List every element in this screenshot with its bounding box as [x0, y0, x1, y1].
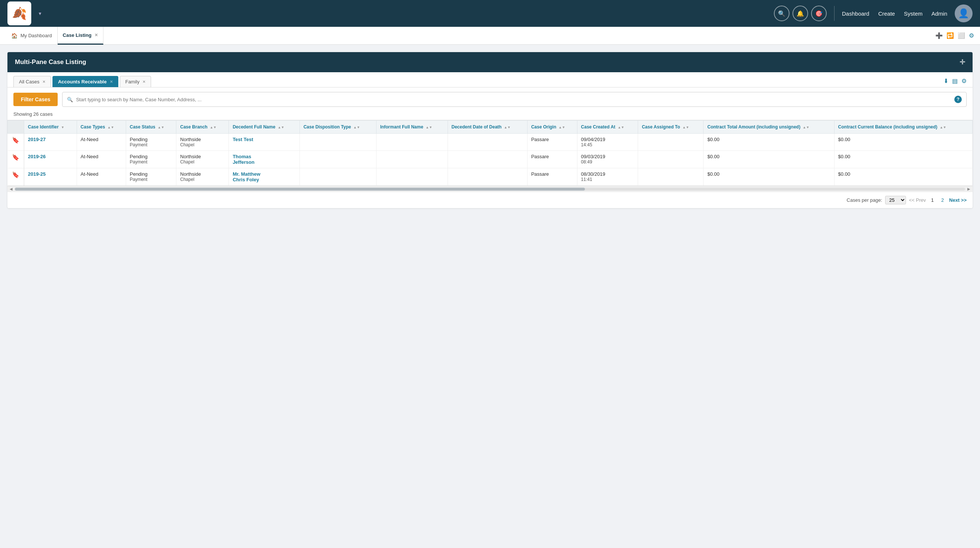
informant-full-name-cell: [376, 134, 448, 151]
decedent-name-link[interactable]: Mr. Matthew: [232, 171, 260, 177]
case-identifier-cell: 2019-27: [24, 134, 77, 151]
decedent-name-link[interactable]: Thomas: [232, 154, 251, 159]
col-case-disposition-type[interactable]: Case Disposition Type ▲▼: [299, 121, 376, 134]
col-case-assigned-to[interactable]: Case Assigned To ▲▼: [638, 121, 703, 134]
case-branch-cell: NorthsideChapel: [177, 134, 229, 151]
col-case-branch[interactable]: Case Branch ▲▼: [177, 121, 229, 134]
sort-balance-icon: ▲▼: [940, 126, 947, 129]
contract-current-balance-cell: $0.00: [834, 168, 972, 186]
page-2-button[interactable]: 2: [939, 197, 946, 204]
scroll-left-icon[interactable]: ◀: [9, 187, 13, 191]
informant-full-name-cell: [376, 151, 448, 168]
tab-close-icon[interactable]: ✕: [94, 33, 98, 38]
move-panel-icon[interactable]: ✛: [959, 58, 965, 66]
search-nav-button[interactable]: 🔍: [774, 6, 789, 21]
nav-dashboard[interactable]: Dashboard: [842, 10, 869, 17]
decedent-full-name-cell: Test Test: [229, 134, 299, 151]
prev-page-button[interactable]: << Prev: [909, 197, 926, 203]
user-avatar[interactable]: 👤: [955, 5, 972, 22]
case-disposition-type-cell: [299, 168, 376, 186]
table-body: 🔖2019-27At-NeedPendingPaymentNorthsideCh…: [8, 134, 972, 186]
search-input[interactable]: [76, 97, 951, 102]
list-view-icon[interactable]: ▤: [952, 77, 958, 84]
settings-tab-icon[interactable]: ⚙: [969, 32, 974, 39]
per-page-select[interactable]: 25 50 100: [885, 196, 906, 204]
search-wrap: 🔍 ?: [62, 92, 967, 107]
bookmark-cell: 🔖: [8, 151, 24, 168]
col-case-types[interactable]: Case Types ▲▼: [76, 121, 126, 134]
sort-assigned-icon: ▲▼: [682, 126, 689, 129]
sort-case-id-icon: ▼: [61, 126, 64, 129]
inner-tab-accounts-receivable[interactable]: Accounts Receivable ✕: [52, 76, 118, 87]
notifications-button[interactable]: 🔔: [792, 6, 808, 21]
case-identifier-link[interactable]: 2019-25: [28, 171, 46, 177]
refresh-tab-icon[interactable]: 🔁: [947, 32, 954, 39]
search-icon: 🔍: [67, 97, 73, 102]
nav-create[interactable]: Create: [878, 10, 895, 17]
add-tab-icon[interactable]: ➕: [935, 32, 943, 39]
case-created-at-cell: 09/04/201914:45: [577, 134, 638, 151]
target-button[interactable]: 🎯: [811, 6, 827, 21]
cases-table: Case Identifier ▼ Case Types ▲▼ Case Sta…: [8, 120, 972, 186]
case-disposition-type-cell: [299, 134, 376, 151]
inner-settings-icon[interactable]: ⚙: [961, 77, 967, 84]
decedent-date-of-death-cell: [448, 151, 527, 168]
tab-my-dashboard-label: My Dashboard: [21, 33, 52, 38]
sort-case-branch-icon: ▲▼: [210, 126, 216, 129]
tabs-bar: 🏠 My Dashboard Case Listing ✕ ➕ 🔁 ⬜ ⚙: [0, 27, 980, 45]
page-1-button[interactable]: 1: [929, 197, 936, 204]
logo-caret[interactable]: ▾: [39, 10, 41, 16]
col-case-origin[interactable]: Case Origin ▲▼: [527, 121, 577, 134]
informant-full-name-cell: [376, 168, 448, 186]
col-contract-current-balance[interactable]: Contract Current Balance (including unsi…: [834, 121, 972, 134]
inner-tab-family[interactable]: Family ✕: [120, 76, 151, 87]
scroll-right-icon[interactable]: ▶: [967, 187, 971, 191]
bookmark-icon[interactable]: 🔖: [12, 172, 19, 178]
maximize-tab-icon[interactable]: ⬜: [958, 32, 965, 39]
col-case-created-at[interactable]: Case Created At ▲▼: [577, 121, 638, 134]
nav-admin[interactable]: Admin: [931, 10, 947, 17]
scroll-track[interactable]: ◀ ▶: [8, 186, 972, 192]
table-header-row: Case Identifier ▼ Case Types ▲▼ Case Sta…: [8, 121, 972, 134]
next-page-button[interactable]: Next >>: [949, 197, 967, 203]
inner-tab-ar-close[interactable]: ✕: [110, 80, 113, 84]
inner-tab-all-cases[interactable]: All Cases ✕: [13, 76, 51, 87]
bookmark-cell: 🔖: [8, 168, 24, 186]
tab-my-dashboard[interactable]: 🏠 My Dashboard: [6, 27, 58, 45]
table-row: 🔖2019-26At-NeedPendingPaymentNorthsideCh…: [8, 151, 972, 168]
col-informant-full-name[interactable]: Informant Full Name ▲▼: [376, 121, 448, 134]
nav-system[interactable]: System: [904, 10, 922, 17]
bookmark-icon[interactable]: 🔖: [12, 137, 19, 143]
download-icon[interactable]: ⬇: [943, 77, 948, 84]
case-types-cell: At-Need: [76, 151, 126, 168]
case-identifier-link[interactable]: 2019-27: [28, 137, 46, 142]
col-contract-total-amount[interactable]: Contract Total Amount (including unsigne…: [703, 121, 834, 134]
case-identifier-link[interactable]: 2019-26: [28, 154, 46, 159]
col-case-identifier[interactable]: Case Identifier ▼: [24, 121, 77, 134]
col-decedent-full-name[interactable]: Decedent Full Name ▲▼: [229, 121, 299, 134]
tab-case-listing[interactable]: Case Listing ✕: [58, 27, 103, 45]
case-types-cell: At-Need: [76, 134, 126, 151]
sort-case-status-icon: ▲▼: [158, 126, 164, 129]
inner-tab-all-cases-close[interactable]: ✕: [42, 80, 45, 84]
sort-case-types-icon: ▲▼: [108, 126, 114, 129]
col-decedent-date-of-death[interactable]: Decedent Date of Death ▲▼: [448, 121, 527, 134]
inner-tab-family-close[interactable]: ✕: [143, 80, 145, 84]
showing-count: Showing 26 cases: [8, 111, 972, 120]
case-created-at-cell: 08/30/201911:41: [577, 168, 638, 186]
decedent-name-link2[interactable]: Chris Foley: [232, 177, 259, 182]
contract-total-amount-cell: $0.00: [703, 151, 834, 168]
panel-title: Multi-Pane Case Listing: [15, 59, 86, 66]
scroll-bar[interactable]: [15, 188, 965, 191]
top-nav: 🍂 ▾ 🔍 🔔 🎯 Dashboard Create System Admin …: [0, 0, 980, 27]
case-disposition-type-cell: [299, 151, 376, 168]
bookmark-icon[interactable]: 🔖: [12, 154, 19, 161]
scroll-thumb[interactable]: [15, 188, 585, 191]
col-case-status[interactable]: Case Status ▲▼: [126, 121, 177, 134]
app-logo[interactable]: 🍂: [8, 2, 31, 25]
search-help-icon[interactable]: ?: [955, 96, 962, 103]
decedent-date-of-death-cell: [448, 168, 527, 186]
decedent-name-link[interactable]: Test Test: [232, 137, 253, 142]
filter-cases-button[interactable]: Filter Cases: [13, 93, 58, 106]
decedent-name-link2[interactable]: Jefferson: [232, 159, 255, 165]
